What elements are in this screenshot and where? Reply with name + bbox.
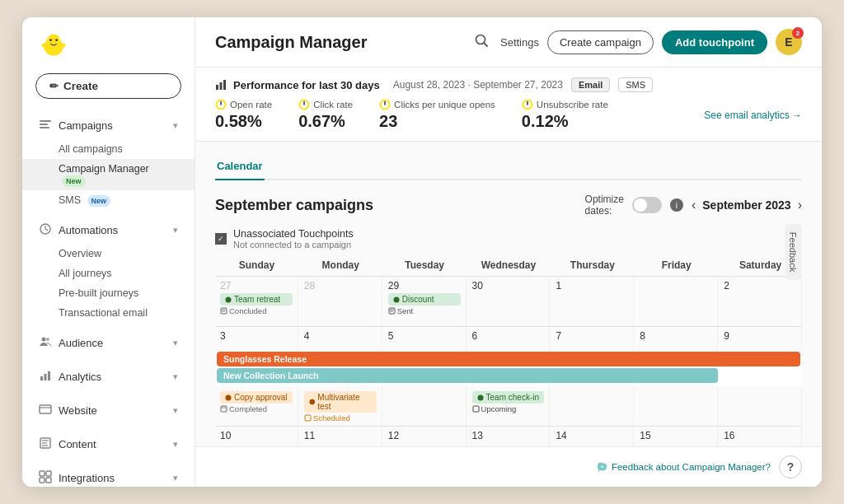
svg-rect-8 (40, 127, 49, 128)
svg-rect-41 (389, 308, 395, 314)
chevron-down-icon: ▾ (173, 473, 178, 483)
svg-rect-29 (216, 85, 218, 90)
unique-clicks-icon (379, 99, 391, 110)
nav-item-integrations[interactable]: Integrations ▾ (22, 464, 195, 487)
sidebar-item-campaign-manager[interactable]: Campaign Manager New (22, 159, 195, 190)
next-month-button[interactable]: › (798, 198, 802, 212)
svg-rect-22 (46, 471, 51, 476)
optimize-toggle[interactable] (632, 197, 662, 213)
cal-cell-27[interactable]: 27 Team retreat Concluded (215, 277, 298, 326)
cal-cell-w2-9e[interactable] (719, 386, 802, 426)
cal-cell-w2-4[interactable]: 4 (299, 327, 382, 350)
cal-cell-w2-6[interactable]: 6 (467, 327, 551, 350)
help-button[interactable]: ? (779, 455, 802, 478)
day-number: 29 (388, 280, 461, 292)
create-button[interactable]: ✏ Create (35, 73, 181, 99)
cal-cell-w2-7[interactable]: 7 (551, 327, 634, 350)
sunglasses-release-bar[interactable]: Sunglasses Release (217, 352, 800, 366)
chevron-down-icon: ▾ (173, 405, 178, 416)
feedback-campaign-manager-link[interactable]: ✦ Feedback about Campaign Manager? (597, 461, 771, 473)
cal-cell-13[interactable]: 13 (467, 427, 551, 446)
settings-button[interactable]: Settings (500, 36, 539, 49)
bottom-actions: ✦ Feedback about Campaign Manager? ? (597, 455, 802, 478)
unassoc-label: Unassociated Touchpoints (233, 228, 354, 240)
cal-cell-w2-7e[interactable] (551, 386, 634, 426)
feedback-side-tab[interactable]: Feedback (785, 224, 801, 280)
cal-cell-w2-3[interactable]: 3 (215, 327, 298, 350)
prev-month-button[interactable]: ‹ (692, 198, 696, 212)
sidebar-item-overview[interactable]: Overview (22, 244, 195, 264)
svg-rect-14 (48, 371, 50, 380)
sms-tag-button[interactable]: SMS (618, 77, 653, 92)
cal-cell-2-blank[interactable] (635, 277, 718, 326)
day-number: 30 (472, 280, 545, 292)
cal-cell-w2-copy[interactable]: Copy approval Completed (215, 386, 298, 426)
event-icon (309, 399, 315, 405)
cal-cell-w2-5[interactable]: 5 (383, 327, 467, 350)
cal-cell-16[interactable]: 16 (719, 427, 802, 446)
status-icon (304, 414, 312, 422)
week2-day-numbers: 3 4 5 6 7 8 (215, 327, 802, 350)
team-retreat-event[interactable]: Team retreat (220, 293, 293, 306)
cal-cell-28[interactable]: 28 (299, 277, 382, 326)
user-avatar[interactable]: E 2 (776, 29, 802, 55)
event-status: Scheduled (304, 413, 377, 422)
copy-approval-event[interactable]: Copy approval (220, 391, 293, 404)
cal-cell-30[interactable]: 30 (467, 277, 551, 326)
metric-open-rate: Open rate 0.58% (215, 99, 272, 131)
nav-item-campaigns[interactable]: Campaigns ▾ (22, 112, 195, 139)
multivariate-test-event[interactable]: Multivariate test (304, 391, 377, 413)
svg-point-2 (49, 39, 52, 41)
nav-website-section: Website ▾ (22, 394, 195, 427)
cal-cell-10[interactable]: 10 (215, 427, 298, 446)
discount-event[interactable]: Discount (388, 293, 461, 306)
notification-badge: 2 (792, 27, 804, 39)
day-number: 28 (304, 280, 377, 292)
event-icon (393, 296, 400, 303)
tab-calendar[interactable]: Calendar (215, 155, 265, 180)
info-icon[interactable]: i (670, 198, 683, 212)
nav-item-analytics[interactable]: Analytics ▾ (22, 363, 195, 390)
nav-integrations-section: Integrations ▾ (22, 461, 195, 487)
unassociated-checkbox[interactable]: ✓ (215, 233, 227, 245)
cal-cell-1[interactable]: 1 (551, 277, 634, 326)
nav-item-automations[interactable]: Automations ▾ (22, 217, 195, 244)
current-month-label: September 2023 (702, 198, 790, 212)
cal-cell-15[interactable]: 15 (635, 427, 718, 446)
email-tag-button[interactable]: Email (571, 77, 610, 92)
cal-cell-12[interactable]: 12 (383, 427, 467, 446)
sidebar-item-sms[interactable]: SMS New (22, 190, 195, 210)
nav-item-content[interactable]: Content ▾ (22, 431, 195, 458)
cal-cell-w2-8[interactable]: 8 (635, 327, 718, 350)
cal-cell-2[interactable]: 2 (719, 277, 802, 326)
nav-item-website[interactable]: Website ▾ (22, 397, 195, 424)
chevron-down-icon: ▾ (173, 371, 178, 382)
search-button[interactable] (474, 33, 489, 52)
svg-rect-45 (221, 406, 227, 412)
sidebar-logo (22, 17, 195, 73)
performance-bar: Performance for last 30 days August 28, … (195, 68, 822, 142)
cal-cell-w2-5e[interactable] (383, 386, 467, 426)
cal-cell-14[interactable]: 14 (551, 427, 634, 446)
cal-cell-w2-8e[interactable] (635, 386, 718, 426)
add-touchpoint-button[interactable]: Add touchpoint (662, 30, 767, 54)
cal-cell-w2-9[interactable]: 9 (719, 327, 802, 350)
sidebar-item-transactional-email[interactable]: Transactional email (22, 303, 195, 323)
nav-automations-section: Automations ▾ Overview All journeys Pre-… (22, 213, 195, 326)
cal-cell-w2-multi[interactable]: Multivariate test Scheduled (299, 386, 382, 426)
create-campaign-button[interactable]: Create campaign (547, 30, 654, 54)
team-checkin-event[interactable]: Team check-in (472, 391, 545, 404)
cal-cell-w2-6e[interactable]: Team check-in Upcoming (467, 386, 551, 426)
sidebar-item-all-journeys[interactable]: All journeys (22, 264, 195, 283)
see-email-analytics-link[interactable]: See email analytics → (704, 110, 802, 121)
sidebar-item-prebuilt-journeys[interactable]: Pre-built journeys (22, 283, 195, 303)
metric-clicks-unique: Clicks per unique opens 23 (379, 99, 495, 131)
day-header-sunday: Sunday (215, 256, 298, 274)
nav-item-audience[interactable]: Audience ▾ (22, 329, 195, 357)
unique-clicks-value: 23 (379, 112, 495, 131)
new-collection-launch-bar[interactable]: New Collection Launch (217, 368, 718, 383)
cal-cell-29[interactable]: 29 Discount Sent (383, 277, 467, 326)
day-number: 9 (724, 330, 796, 342)
cal-cell-11[interactable]: 11 (299, 427, 382, 446)
sidebar-item-all-campaigns[interactable]: All campaigns (22, 139, 195, 159)
